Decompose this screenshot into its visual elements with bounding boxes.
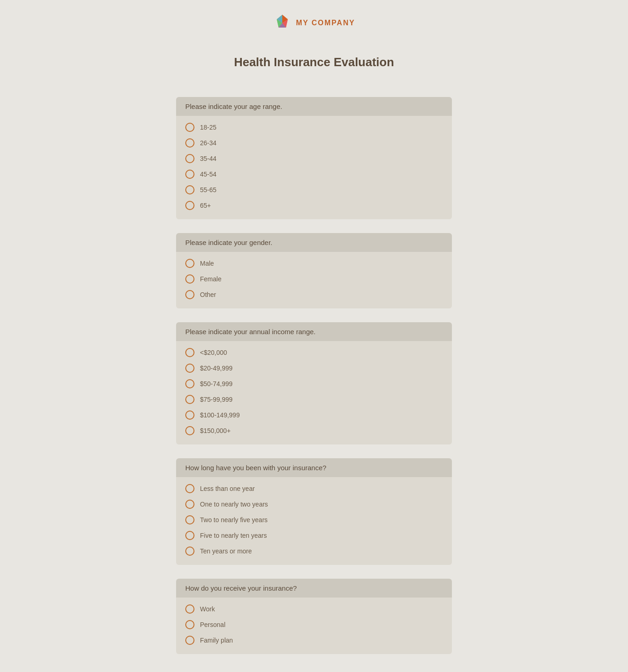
radio-label: Male (200, 260, 214, 267)
radio-label: 55-65 (200, 186, 217, 194)
radio-option-20k-49k[interactable]: $20-49,999 (185, 364, 443, 373)
radio-label: Ten years or more (200, 547, 252, 555)
radio-label: <$20,000 (200, 349, 227, 356)
radio-label: 45-54 (200, 171, 217, 178)
radio-circle (185, 531, 194, 540)
radio-circle (185, 348, 194, 357)
radio-option-100k-149k[interactable]: $100-149,999 (185, 410, 443, 420)
radio-circle (185, 620, 194, 629)
radio-option-under-20k[interactable]: <$20,000 (185, 348, 443, 357)
radio-circle (185, 259, 194, 268)
section-gender: Please indicate your gender. Male Female… (176, 233, 452, 308)
section-income-header: Please indicate your annual income range… (176, 322, 452, 341)
radio-circle (185, 170, 194, 179)
radio-label: 65+ (200, 202, 211, 209)
radio-option-150k-plus[interactable]: $150,000+ (185, 426, 443, 435)
radio-circle (185, 515, 194, 524)
radio-circle (185, 604, 194, 614)
section-insurance-duration: How long have you been with your insuran… (176, 458, 452, 565)
section-insurance-source: How do you receive your insurance? Work … (176, 579, 452, 654)
radio-option-ten-years-or-more[interactable]: Ten years or more (185, 547, 443, 556)
section-gender-body: Male Female Other (176, 252, 452, 308)
radio-circle (185, 290, 194, 299)
radio-circle (185, 364, 194, 373)
radio-option-45-54[interactable]: 45-54 (185, 170, 443, 179)
page-container: MY COMPANY Health Insurance Evaluation P… (0, 9, 628, 668)
radio-label: 35-44 (200, 155, 217, 162)
company-logo-icon (273, 14, 291, 32)
radio-label: Personal (200, 621, 225, 628)
logo-container: MY COMPANY (273, 14, 355, 32)
radio-label: $150,000+ (200, 427, 231, 434)
radio-label: Five to nearly ten years (200, 532, 267, 539)
radio-circle (185, 379, 194, 388)
radio-option-18-25[interactable]: 18-25 (185, 123, 443, 132)
section-gender-header: Please indicate your gender. (176, 233, 452, 252)
radio-option-other[interactable]: Other (185, 290, 443, 299)
main-content: Please indicate your age range. 18-25 26… (0, 97, 628, 668)
section-income-body: <$20,000 $20-49,999 $50-74,999 $75-99,99… (176, 341, 452, 444)
company-name: MY COMPANY (296, 19, 355, 27)
radio-circle (185, 123, 194, 132)
radio-circle (185, 395, 194, 404)
radio-label: $75-99,999 (200, 396, 233, 403)
radio-label: Two to nearly five years (200, 516, 268, 524)
radio-circle (185, 484, 194, 493)
radio-option-less-than-one-year[interactable]: Less than one year (185, 484, 443, 493)
radio-label: Less than one year (200, 485, 255, 492)
radio-circle (185, 426, 194, 435)
radio-option-family-plan[interactable]: Family plan (185, 636, 443, 645)
radio-label: 26-34 (200, 139, 217, 147)
radio-label: Female (200, 275, 222, 283)
radio-label: 18-25 (200, 124, 217, 131)
section-age-range-body: 18-25 26-34 35-44 45-54 55-65 (176, 116, 452, 219)
radio-circle (185, 636, 194, 645)
section-insurance-source-header: How do you receive your insurance? (176, 579, 452, 598)
radio-option-55-65[interactable]: 55-65 (185, 185, 443, 194)
radio-option-one-to-two-years[interactable]: One to nearly two years (185, 500, 443, 509)
radio-label: Other (200, 291, 216, 298)
radio-circle (185, 185, 194, 194)
radio-label: Work (200, 605, 215, 613)
radio-circle (185, 547, 194, 556)
radio-label: $20-49,999 (200, 364, 233, 372)
radio-circle (185, 274, 194, 284)
section-insurance-duration-body: Less than one year One to nearly two yea… (176, 477, 452, 565)
radio-option-male[interactable]: Male (185, 259, 443, 268)
radio-option-work[interactable]: Work (185, 604, 443, 614)
radio-label: Family plan (200, 637, 233, 644)
radio-label: $50-74,999 (200, 380, 233, 387)
radio-option-five-to-ten-years[interactable]: Five to nearly ten years (185, 531, 443, 540)
radio-option-two-to-five-years[interactable]: Two to nearly five years (185, 515, 443, 524)
section-age-range: Please indicate your age range. 18-25 26… (176, 97, 452, 219)
radio-label: $100-149,999 (200, 411, 240, 419)
radio-option-65-plus[interactable]: 65+ (185, 201, 443, 210)
radio-circle (185, 500, 194, 509)
radio-option-female[interactable]: Female (185, 274, 443, 284)
section-insurance-duration-header: How long have you been with your insuran… (176, 458, 452, 477)
section-insurance-source-body: Work Personal Family plan (176, 598, 452, 654)
radio-circle (185, 410, 194, 420)
radio-circle (185, 138, 194, 148)
header: MY COMPANY Health Insurance Evaluation (234, 14, 394, 83)
radio-circle (185, 201, 194, 210)
radio-option-personal[interactable]: Personal (185, 620, 443, 629)
radio-option-75k-99k[interactable]: $75-99,999 (185, 395, 443, 404)
radio-option-26-34[interactable]: 26-34 (185, 138, 443, 148)
radio-label: One to nearly two years (200, 501, 268, 508)
radio-circle (185, 154, 194, 163)
radio-option-35-44[interactable]: 35-44 (185, 154, 443, 163)
section-income: Please indicate your annual income range… (176, 322, 452, 444)
radio-option-50k-74k[interactable]: $50-74,999 (185, 379, 443, 388)
page-title: Health Insurance Evaluation (234, 55, 394, 69)
section-age-range-header: Please indicate your age range. (176, 97, 452, 116)
